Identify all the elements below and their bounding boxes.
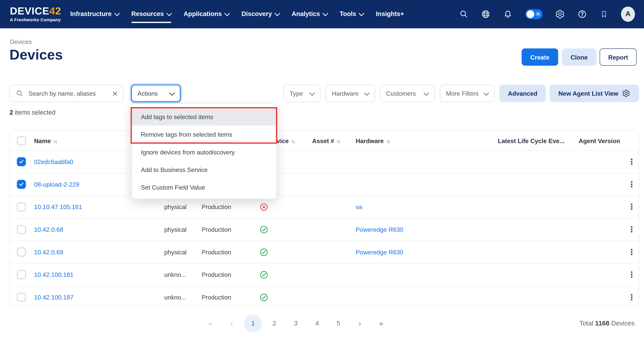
status-ok-icon [260,270,268,279]
filter-label: Type [290,90,303,97]
search-icon[interactable] [459,9,468,18]
nav-item-applications[interactable]: Applications [184,10,229,18]
row-menu-kebab-icon[interactable]: ⋮ [623,292,639,302]
sort-icon: ↑↓ [53,138,57,144]
actions-label: Actions [138,90,158,97]
nav-item-resources[interactable]: Resources [131,10,171,18]
row-menu-kebab-icon[interactable]: ⋮ [623,180,639,189]
device-name-link[interactable]: 02edc6aabfa0 [34,158,73,165]
user-avatar[interactable]: A [621,6,635,22]
page-button-5[interactable]: 5 [330,314,348,333]
row-checkbox[interactable] [17,157,26,166]
hardware-link[interactable]: Poweredge R630 [356,248,403,256]
total-prefix: Total [579,320,595,327]
prev-page-button[interactable]: ‹ [222,314,241,333]
select-all-checkbox[interactable] [17,136,26,145]
column-header-asset[interactable]: Asset #↑↓ [312,137,340,144]
device-name-link[interactable]: 08-upload-2-229 [34,181,80,188]
device42-logo[interactable]: DEVICE42 A Freshworks Company [10,6,61,22]
row-menu-kebab-icon[interactable]: ⋮ [623,247,639,257]
breadcrumb[interactable]: Devices [10,38,32,45]
column-header-agent-version[interactable]: Agent Version [579,137,620,144]
bell-icon[interactable] [503,9,512,18]
row-checkbox[interactable] [17,180,26,189]
menu-item-set-custom-field[interactable]: Set Custom Field Value [132,179,276,196]
logo-2: 2 [55,5,61,16]
report-button[interactable]: Report [600,48,636,66]
first-page-button[interactable]: « [201,314,220,333]
column-header-lifecycle[interactable]: Latest Life Cycle Eve... [498,137,564,144]
filter-more-filters[interactable]: More Filters [440,84,494,102]
nav-item-discovery[interactable]: Discovery [242,10,280,18]
selection-count-text: 2 items selected [9,109,56,116]
search-input[interactable] [28,90,112,97]
status-error-icon [260,202,268,212]
hardware-link[interactable]: Poweredge R630 [356,226,403,233]
bookmark-icon[interactable] [600,10,608,18]
column-header-hardware[interactable]: Hardware↑↓ [356,137,389,144]
pagination: « ‹ 1 2 3 4 5 › » [201,314,390,333]
selection-rest: items selected [13,109,56,116]
row-menu-kebab-icon[interactable]: ⋮ [623,270,639,279]
row-checkbox[interactable] [17,248,26,256]
menu-item-add-tags[interactable]: Add tags to selected items [132,108,276,126]
status-ok-icon [260,248,268,256]
table-row: 10.42.100.187 unkno... Production ⋮ [10,286,638,305]
filter-hardware[interactable]: Hardware [326,84,375,102]
row-menu-kebab-icon[interactable]: ⋮ [623,202,639,212]
clear-search-icon[interactable] [112,90,118,97]
clone-button[interactable]: Clone [562,48,596,66]
gear-icon[interactable] [555,9,565,18]
last-page-button[interactable]: » [372,314,390,333]
logo-tagline: A Freshworks Company [10,18,61,22]
create-button[interactable]: Create [522,48,558,66]
next-page-button[interactable]: › [351,314,369,333]
logo-word: DEVICE [10,5,49,16]
device-name-link[interactable]: 10.42.0.69 [34,248,63,256]
new-agent-list-view-button[interactable]: New Agent List View [550,84,639,102]
menu-item-add-business-service[interactable]: Add to Business Service [132,161,276,178]
device-name-link[interactable]: 10.42.100.181 [34,271,74,278]
device-name-link[interactable]: 10.42.0.68 [34,226,63,233]
hardware-link[interactable]: va [356,204,362,210]
gear-icon[interactable] [622,90,630,97]
service-level-cell: Production [202,204,231,210]
menu-item-remove-tags[interactable]: Remove tags from selected items [132,126,276,143]
table-header-row: Name↑↓ In Service↑↓ Asset #↑↓ Hardware↑↓… [10,131,638,150]
page-button-1[interactable]: 1 [244,314,262,333]
advanced-button[interactable]: Advanced [500,84,546,102]
column-label: Agent Version [579,137,620,144]
row-checkbox[interactable] [17,293,26,302]
row-checkbox[interactable] [17,225,26,234]
nav-item-infrastructure[interactable]: Infrastructure [70,10,119,18]
help-icon[interactable] [578,9,587,18]
actions-dropdown-button[interactable]: Actions [131,84,180,102]
row-menu-kebab-icon[interactable]: ⋮ [623,225,639,234]
type-cell: physical [164,204,186,210]
chevron-down-icon [423,90,429,96]
menu-item-ignore-devices[interactable]: Ignore devices from autodiscovery [132,143,276,161]
chevron-down-icon [309,90,315,96]
nav-item-tools[interactable]: Tools [340,10,364,18]
chevron-down-icon [483,90,489,96]
device-name-link[interactable]: 10.10.47.105:161 [34,204,82,210]
search-icon [16,90,24,97]
row-menu-kebab-icon[interactable]: ⋮ [623,157,639,166]
nav-item-insights[interactable]: Insights+ [376,10,404,18]
page-button-3[interactable]: 3 [287,314,305,333]
advanced-label: Advanced [508,90,538,97]
row-checkbox[interactable] [17,202,26,212]
nav-item-analytics[interactable]: Analytics [292,10,328,18]
chevron-down-icon [322,10,328,16]
table-row: 10.42.0.69 physical Production Poweredge… [10,240,638,263]
device-name-link[interactable]: 10.42.100.187 [34,294,74,301]
theme-toggle[interactable] [525,9,542,19]
filter-customers[interactable]: Customers [380,84,435,102]
main-menu: Infrastructure Resources Applications Di… [70,0,404,28]
row-checkbox[interactable] [17,270,26,279]
page-button-2[interactable]: 2 [265,314,284,333]
column-header-name[interactable]: Name↑↓ [34,137,57,144]
globe-icon[interactable] [481,9,490,18]
page-button-4[interactable]: 4 [308,314,326,333]
filter-type[interactable]: Type [283,84,320,102]
